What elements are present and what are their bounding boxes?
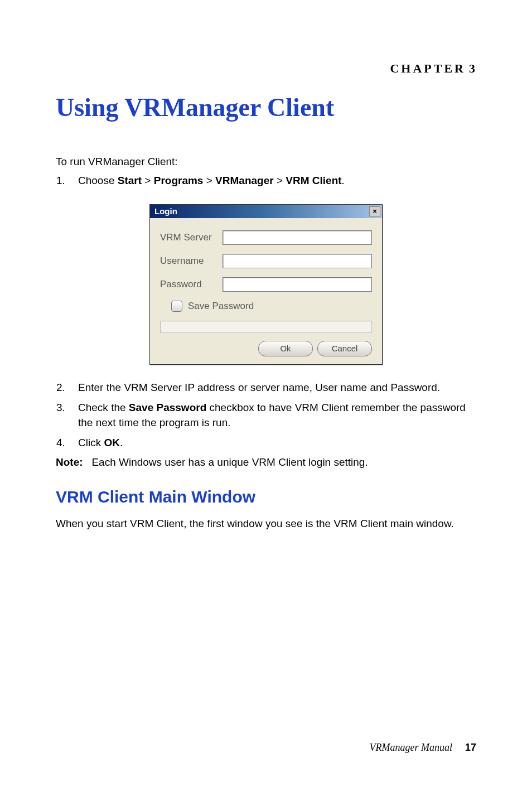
step1-suffix: . [342,175,345,186]
chapter-number: 3 [469,61,476,75]
step-1: Choose Start > Programs > VRManager > VR… [68,173,476,189]
note: Note: Each Windows user has a unique VRM… [56,456,476,469]
save-password-label: Save Password [188,301,254,312]
step1-sep1: > [142,175,154,186]
username-row: Username [160,254,372,268]
note-text: Each Windows user has a unique VRM Clien… [91,456,367,468]
step1-start: Start [118,175,142,186]
ok-button[interactable]: Ok [258,341,313,356]
cancel-button-label: Cancel [332,344,358,353]
section-heading: VRM Client Main Window [56,487,476,506]
document-page: CHAPTER3 Using VRManager Client To run V… [0,0,532,787]
ok-button-label: Ok [280,344,291,353]
step4-bold: OK [104,437,120,448]
step4-suffix: . [120,437,123,448]
page-title: Using VRManager Client [56,93,476,122]
chapter-word: CHAPTER [390,61,466,75]
note-label: Note: [56,456,83,468]
vrm-server-row: VRM Server [160,230,372,245]
save-password-row: Save Password [171,301,372,312]
dialog-body: VRM Server Username Password Save Passwo… [150,218,382,364]
chapter-label: CHAPTER3 [56,61,476,76]
password-row: Password [160,277,372,292]
footer-page-number: 17 [465,742,476,753]
section-body: When you start VRM Client, the first win… [56,516,476,531]
save-password-checkbox[interactable] [171,301,182,312]
dialog-titlebar: Login × [150,205,382,218]
login-dialog-figure: Login × VRM Server Username Password [56,204,476,365]
vrm-server-input[interactable] [223,230,372,245]
password-input[interactable] [223,277,372,292]
password-label: Password [160,279,223,290]
login-dialog: Login × VRM Server Username Password [149,204,383,365]
step3-prefix: Check the [78,402,129,413]
step1-sep2: > [203,175,215,186]
close-icon: × [373,207,377,215]
step-3: Check the Save Password checkbox to have… [68,400,476,430]
step-4: Click OK. [68,436,476,451]
step4-prefix: Click [78,437,104,448]
step1-client: VRM Client [286,175,341,186]
username-input[interactable] [223,254,372,268]
intro-text: To run VRManager Client: [56,156,476,168]
step1-prefix: Choose [78,175,118,186]
vrm-server-label: VRM Server [160,232,223,243]
dialog-button-row: Ok Cancel [160,341,372,356]
steps-list: Choose Start > Programs > VRManager > VR… [56,173,476,189]
steps-list-continued: Enter the VRM Server IP address or serve… [56,380,476,451]
step-2: Enter the VRM Server IP address or serve… [68,380,476,395]
status-bar [160,321,372,333]
page-footer: VRManager Manual 17 [369,742,476,754]
footer-book-title: VRManager Manual [369,742,452,753]
username-label: Username [160,255,223,267]
step3-bold: Save Password [129,402,206,413]
step1-vrm: VRManager [215,175,274,186]
step1-sep3: > [274,175,286,186]
cancel-button[interactable]: Cancel [317,341,372,356]
step1-programs: Programs [154,175,204,186]
close-button[interactable]: × [369,206,380,216]
dialog-title: Login [154,206,177,216]
